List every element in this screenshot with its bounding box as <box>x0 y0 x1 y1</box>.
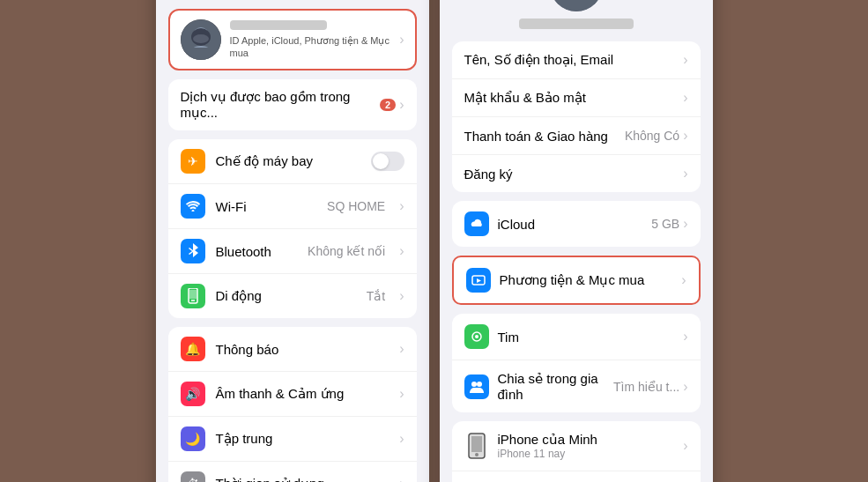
device-row-2[interactable]: iPhone iPhone 5 › <box>452 471 701 482</box>
media-label: Phương tiện & Mục mua <box>500 272 682 288</box>
family-value: Tìm hiểu t... <box>613 380 679 394</box>
media-chevron: › <box>681 272 686 288</box>
right-row-payment-value: Không Có <box>625 129 679 143</box>
mobile-label: Di động <box>216 288 356 304</box>
profile-sub-text: ID Apple, iCloud, Phương tiện & Mục mua <box>230 34 391 60</box>
family-label: Chia sẻ trong gia đình <box>498 371 614 402</box>
family-icon <box>464 374 489 399</box>
tim-label: Tim <box>498 330 684 345</box>
notification-icon: 🔔 <box>181 337 205 361</box>
device-icon-1 <box>464 430 489 462</box>
svg-point-20 <box>475 453 479 456</box>
focus-chevron: › <box>399 431 404 447</box>
right-name-blurred <box>519 19 634 29</box>
bluetooth-icon <box>181 239 205 263</box>
right-row-subscription-chevron: › <box>683 166 687 182</box>
settings-section-2: 🔔 Thông báo › 🔊 Âm thanh & Cảm ứng › 🌙 T… <box>168 327 417 482</box>
sound-chevron: › <box>399 386 404 402</box>
service-badge: 2 <box>380 99 396 111</box>
svg-point-17 <box>477 382 482 387</box>
icloud-chevron: › <box>683 216 687 232</box>
right-row-media[interactable]: Phương tiện & Mục mua › <box>454 257 699 303</box>
settings-row-wifi[interactable]: Wi-Fi SQ HOME › <box>168 184 417 229</box>
highlighted-media-row[interactable]: Phương tiện & Mục mua › <box>452 256 701 305</box>
svg-point-10 <box>550 0 603 11</box>
icloud-icon <box>464 211 489 236</box>
right-profile-section <box>440 0 713 41</box>
bluetooth-chevron: › <box>399 243 404 259</box>
service-label: Dịch vụ được bao gồm trong mục... <box>181 89 381 121</box>
screen-time-label: Thời gian sử dụng <box>216 476 389 482</box>
service-chevron: › <box>399 97 404 113</box>
family-chevron: › <box>683 379 687 395</box>
bluetooth-label: Bluetooth <box>216 244 298 259</box>
right-row-name-label: Tên, Số điện thoại, Email <box>464 52 684 68</box>
tim-icon <box>464 324 489 349</box>
tim-chevron: › <box>683 329 687 345</box>
svg-point-15 <box>475 335 479 338</box>
right-row-password-label: Mật khẩu & Bảo mật <box>464 90 684 106</box>
airplane-toggle[interactable] <box>371 152 404 171</box>
wifi-chevron: › <box>399 198 404 214</box>
notification-label: Thông báo <box>216 342 389 357</box>
svg-point-16 <box>471 382 477 387</box>
right-row-password[interactable]: Mật khẩu & Bảo mật › <box>452 79 701 117</box>
right-row-password-chevron: › <box>683 90 687 106</box>
device-row-1[interactable]: iPhone của Minh iPhone 11 nay › <box>452 421 701 471</box>
settings-row-bluetooth[interactable]: Bluetooth Không kết nối › <box>168 229 417 274</box>
settings-row-notification[interactable]: 🔔 Thông báo › <box>168 327 417 372</box>
profile-row[interactable]: ID Apple, iCloud, Phương tiện & Mục mua … <box>168 9 417 70</box>
screen-time-icon: ⏱ <box>181 471 205 482</box>
focus-label: Tập trung <box>216 431 389 447</box>
settings-row-screen-time[interactable]: ⏱ Thời gian sử dụng › <box>168 462 417 482</box>
right-info-section: Tên, Số điện thoại, Email › Mật khẩu & B… <box>452 41 701 192</box>
device-info-1: iPhone của Minh iPhone 11 nay <box>498 432 675 460</box>
settings-row-mobile[interactable]: Di động Tắt › <box>168 274 417 318</box>
sound-label: Âm thanh & Cảm ứng <box>216 386 389 402</box>
focus-icon: 🌙 <box>181 426 205 451</box>
media-icon <box>466 268 491 293</box>
right-row-subscription[interactable]: Đăng ký › <box>452 155 701 192</box>
settings-row-airplane[interactable]: ✈ Chế độ máy bay <box>168 139 417 184</box>
svg-point-6 <box>193 34 209 43</box>
right-row-tim[interactable]: Tim › <box>452 314 701 360</box>
right-row-payment-label: Thanh toán & Giao hàng <box>464 129 625 144</box>
mobile-icon <box>181 284 205 308</box>
right-screen: ‹ Cài đặt ID Apple Tên, Số điện thoại, E… <box>440 0 713 482</box>
device-name-1: iPhone của Minh <box>498 432 675 448</box>
screens-container: Cài đặt 🔍 Tìm kiếm <box>138 0 731 482</box>
right-row-icloud[interactable]: iCloud 5 GB › <box>452 201 701 247</box>
avatar <box>181 19 221 60</box>
mobile-value: Tắt <box>367 289 385 303</box>
right-row-payment-chevron: › <box>683 128 687 144</box>
device-chevron-1: › <box>683 438 687 454</box>
right-row-name-chevron: › <box>683 52 687 68</box>
wifi-icon <box>181 194 205 219</box>
right-row-payment[interactable]: Thanh toán & Giao hàng Không Có › <box>452 117 701 155</box>
wifi-value: SQ HOME <box>327 199 385 213</box>
service-row[interactable]: Dịch vụ được bao gồm trong mục... 2 › <box>168 79 417 130</box>
device-model-1: iPhone 11 nay <box>498 448 675 460</box>
profile-chevron: › <box>399 32 404 48</box>
profile-info: ID Apple, iCloud, Phương tiện & Mục mua <box>230 20 391 60</box>
airplane-label: Chế độ máy bay <box>216 153 360 169</box>
bluetooth-value: Không kết nối <box>308 244 385 258</box>
profile-name-blurred <box>230 20 327 30</box>
screen-time-chevron: › <box>399 476 404 482</box>
right-row-name-phone[interactable]: Tên, Số điện thoại, Email › <box>452 41 701 79</box>
right-row-family[interactable]: Chia sẻ trong gia đình Tìm hiểu t... › <box>452 360 701 412</box>
icloud-label: iCloud <box>498 217 652 232</box>
devices-section: iPhone của Minh iPhone 11 nay › iPhone <box>452 421 701 482</box>
airplane-icon: ✈ <box>181 149 205 174</box>
sound-icon: 🔊 <box>181 382 205 406</box>
right-cloud-section: iCloud 5 GB › <box>452 201 701 247</box>
settings-row-sound[interactable]: 🔊 Âm thanh & Cảm ứng › <box>168 372 417 417</box>
settings-row-focus[interactable]: 🌙 Tập trung › <box>168 417 417 462</box>
right-row-subscription-label: Đăng ký <box>464 167 684 182</box>
wifi-label: Wi-Fi <box>216 199 317 214</box>
svg-rect-9 <box>189 290 197 299</box>
svg-rect-19 <box>471 436 482 452</box>
right-avatar <box>550 0 603 11</box>
icloud-value: 5 GB <box>651 217 679 231</box>
left-screen: Cài đặt 🔍 Tìm kiếm <box>156 0 429 482</box>
